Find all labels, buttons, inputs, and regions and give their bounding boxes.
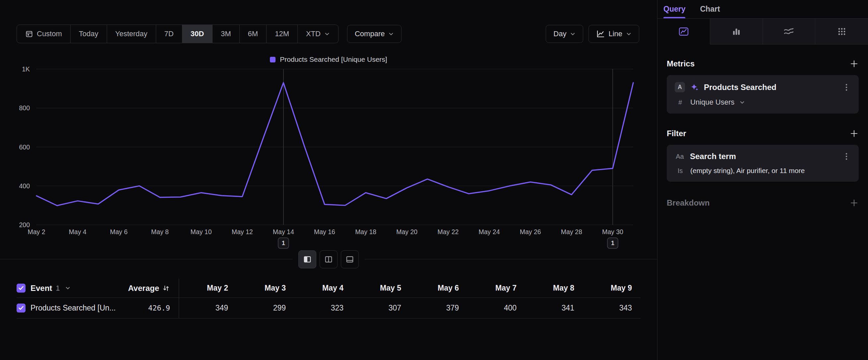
range-30d[interactable]: 30D [182,25,213,43]
chevron-down-icon [739,100,745,105]
add-metric-button[interactable] [849,59,859,68]
table-only-view-icon [345,255,354,264]
kebab-icon [845,153,847,160]
range-7d[interactable]: 7D [156,25,182,43]
range-label: 6M [248,30,258,38]
range-today[interactable]: Today [71,25,107,43]
row-checkbox[interactable] [17,304,26,312]
x-axis-label: May 4 [69,228,87,236]
view-toggle-chart-only[interactable] [320,250,338,268]
event-header-cell[interactable]: Event 1 [17,279,116,298]
annotation-count: 1 [611,240,614,246]
series-line[interactable] [36,83,633,205]
x-axis-label: May 12 [232,228,253,236]
range-custom[interactable]: Custom [17,25,71,43]
y-axis-label: 800 [19,104,30,112]
chart-only-view-icon [324,255,333,264]
range-xtd[interactable]: XTD [298,25,338,43]
metrics-section-header: Metrics [667,59,859,68]
line-chart-tab-icon [678,26,690,37]
range-label: 30D [191,30,204,38]
kebab-icon [845,84,847,91]
date-column-header[interactable]: May 3 [237,284,294,293]
chevron-down-icon [626,31,631,37]
metric-menu-button[interactable] [842,83,851,92]
x-axis-label: May 20 [396,228,417,236]
tab-query[interactable]: Query [663,0,685,18]
sort-icon[interactable] [162,284,170,292]
filter-condition-row[interactable]: Is (empty string), Air purifier, or 11 m… [675,167,851,175]
date-column-header[interactable]: May 8 [525,284,583,293]
check-icon [19,286,24,290]
date-column-header[interactable]: May 5 [352,284,410,293]
view-toggle-split[interactable] [299,250,316,268]
select-all-checkbox[interactable] [17,284,26,293]
annotation-count: 1 [282,240,285,246]
add-filter-button[interactable] [849,129,859,138]
chart-type-label: Line [609,30,622,38]
plus-icon [850,129,858,138]
measure-row[interactable]: # Unique Users [675,98,851,107]
average-header-cell[interactable]: Average [116,279,179,298]
plus-icon [850,59,858,68]
section-gap [667,182,859,198]
range-label: 7D [164,30,174,38]
x-axis-label: May 6 [110,228,128,236]
x-axis-label: May 8 [151,228,169,236]
filter-name: Search term [690,152,837,161]
metric-card[interactable]: A Products Searched # Unique Users [667,75,859,114]
y-axis-label: 200 [19,221,30,228]
range-yesterday[interactable]: Yesterday [107,25,156,43]
range-6m[interactable]: 6M [240,25,267,43]
measure-label: Unique Users [690,98,734,107]
filter-heading: Filter [667,129,686,138]
filter-row: Aa Search term [675,152,851,161]
value-cell: 343 [583,304,641,312]
view-toggle-table-only[interactable] [341,250,359,268]
chart-table-divider [0,259,657,259]
date-column-header[interactable]: May 9 [583,284,641,293]
section-gap [667,114,859,129]
stacked-chart-tab-icon [783,26,795,37]
x-axis-label: May 22 [437,228,459,236]
sidebar-content: Metrics A Products Searched # Unique Use… [657,45,868,207]
main-panel: Custom Today Yesterday 7D 30D 3M 6M 12M … [0,0,657,360]
tab-pivot-table[interactable] [815,19,868,45]
range-12m[interactable]: 12M [267,25,298,43]
date-column-header[interactable]: May 4 [294,284,352,293]
x-axis-label: May 16 [314,228,335,236]
row-name: Products Searched [Un... [31,304,116,312]
range-label: Today [79,30,98,38]
text-type-icon: Aa [675,153,685,160]
y-axis-label: 400 [19,182,30,190]
average-value: 426.9 [148,304,170,312]
operator-label: Is [675,167,685,175]
tab-chart[interactable]: Chart [700,0,720,18]
breakdown-heading: Breakdown [667,198,710,207]
filter-section-header: Filter [667,129,859,138]
chart-type-button[interactable]: Line [589,25,639,43]
event-label: Event [31,284,52,293]
x-axis-label: May 2 [28,228,45,236]
tab-line-chart[interactable] [657,19,710,45]
filter-menu-button[interactable] [842,152,851,161]
value-cell: 379 [410,304,467,312]
date-column-header[interactable]: May 6 [410,284,467,293]
line-chart[interactable]: 2004006008001K11May 2May 4May 6May 8May … [0,66,657,252]
add-breakdown-button[interactable] [849,198,859,207]
compare-button[interactable]: Compare [347,25,402,43]
granularity-button[interactable]: Day [546,25,583,43]
date-column-header[interactable]: May 7 [467,284,525,293]
pivot-table-tab-icon [836,26,848,37]
range-3m[interactable]: 3M [213,25,240,43]
tab-stacked-chart[interactable] [763,19,816,45]
average-value-cell: 426.9 [116,298,179,318]
chevron-down-icon [570,31,576,37]
results-table: Event 1 Average May 2May 3May 4May 5May … [17,279,641,319]
filter-card[interactable]: Aa Search term Is (empty string), Air pu… [667,145,859,182]
chart-legend[interactable]: Products Searched [Unique Users] [0,54,657,64]
number-prefix: # [675,99,685,106]
date-column-header[interactable]: May 2 [179,284,237,293]
filter-value: (empty string), Air purifier, or 11 more [690,167,805,175]
tab-bar-chart[interactable] [710,19,763,45]
